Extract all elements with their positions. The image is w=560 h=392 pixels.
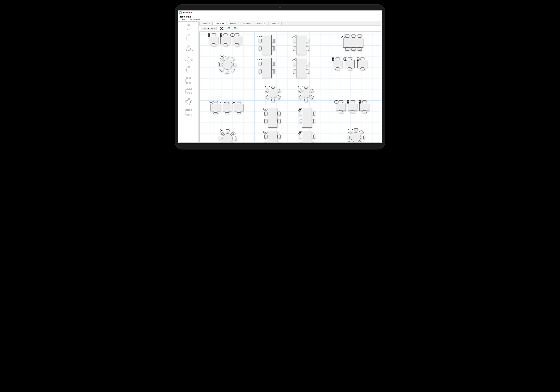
svg-rect-40 [189,110,190,111]
table-label: 63 [220,55,224,58]
tab-venue-3[interactable]: Venue 03 [227,22,240,25]
page-title: Table Plan [180,15,380,18]
svg-rect-2 [186,36,191,40]
palette-rect-6[interactable] [184,76,193,84]
rotate-right-icon[interactable] [233,27,237,30]
table-62[interactable]: 62 [208,34,219,45]
table-50[interactable]: 50 [259,34,274,55]
rotate-left-icon[interactable] [227,27,230,30]
window-title: Table Plan [183,11,192,14]
app-icon [179,11,182,14]
svg-rect-21 [190,78,191,79]
table-label: 14 [358,101,362,103]
table-label: 10 [341,35,345,38]
table-66[interactable]: 66 [210,102,220,113]
svg-rect-29 [188,93,190,94]
svg-rect-44 [189,114,190,115]
tab-venue-4[interactable]: Venue 04 [241,22,254,25]
table-label: 32 [298,85,302,88]
table-53[interactable]: 53 [265,107,280,128]
svg-rect-24 [186,90,192,93]
palette-round-1[interactable] [184,23,193,31]
svg-rect-25 [186,88,187,89]
table-65[interactable]: 65 [221,102,232,113]
table-label: 13 [331,58,335,60]
svg-rect-6 [188,45,190,46]
palette-rect-6b[interactable] [184,87,193,95]
palette-rect-8[interactable] [184,108,193,116]
tab-venue-2[interactable]: Venue 02 [213,22,227,25]
svg-rect-7 [185,49,187,51]
table-13[interactable]: 13 [332,59,343,69]
table-54[interactable]: 54 [265,130,280,143]
table-label: 16 [334,101,339,103]
table-label: 31 [292,58,296,61]
svg-rect-43 [187,114,189,115]
table-67[interactable]: 67 [219,130,236,143]
table-label: 67 [220,129,224,132]
table-52[interactable]: 52 [265,86,281,102]
table-32[interactable]: 32 [298,86,314,102]
svg-rect-12 [185,59,186,60]
table-15[interactable]: 15 [347,101,358,112]
table-label: 11 [356,58,360,60]
zoom-dropdown[interactable]: Zoom 100% [201,27,217,30]
svg-rect-11 [188,61,190,62]
table-51[interactable]: 51 [259,58,274,78]
svg-point-0 [187,26,191,30]
table-31[interactable]: 31 [293,58,309,78]
page-subtitle: Design your table plan [182,18,380,20]
table-label: 53 [263,108,268,111]
svg-rect-26 [188,88,190,89]
table-label: 15 [346,101,350,103]
svg-rect-8 [190,49,192,51]
table-17[interactable]: 17 [347,129,364,143]
svg-rect-15 [188,67,190,68]
tab-venue-6[interactable]: Venue 06 [269,22,282,25]
table-label: 33 [298,108,302,111]
table-33[interactable]: 33 [299,107,314,128]
palette-square-2[interactable] [184,33,193,42]
floor-plan-canvas[interactable]: 6261605030106351311312115232666564161514… [199,31,381,143]
svg-rect-1 [188,24,190,26]
table-11[interactable]: 11 [357,59,367,69]
svg-rect-36 [190,104,191,105]
table-label: 54 [263,131,268,134]
table-63[interactable]: 63 [218,56,236,73]
table-30[interactable]: 30 [293,34,309,55]
tab-venue-1[interactable]: Venue 01 [199,22,213,25]
page-header: Table Plan Design your table plan [178,15,382,22]
svg-rect-10 [188,56,190,57]
table-12[interactable]: 12 [344,59,355,69]
svg-rect-22 [186,82,188,83]
palette-round-5[interactable] [184,97,193,106]
table-61[interactable]: 61 [220,34,230,45]
palette-round-4[interactable] [184,55,193,63]
table-label: 51 [258,58,262,61]
delete-icon[interactable] [220,27,224,30]
svg-rect-4 [188,40,190,41]
table-34[interactable]: 34 [299,130,314,143]
table-60[interactable]: 60 [231,34,242,45]
svg-rect-19 [186,79,192,82]
table-64[interactable]: 64 [233,102,244,113]
svg-rect-20 [186,78,188,79]
svg-rect-38 [186,110,187,111]
table-label: 61 [219,33,223,37]
svg-rect-37 [185,111,192,114]
table-label: 62 [207,33,211,37]
table-10[interactable]: 10 [342,35,364,50]
tab-venue-5[interactable]: Venue 05 [255,22,268,25]
svg-rect-35 [186,104,188,105]
palette-round-3[interactable] [184,44,193,52]
svg-rect-14 [187,68,191,72]
svg-rect-28 [186,93,187,94]
table-14[interactable]: 14 [359,101,369,112]
table-16[interactable]: 16 [335,101,346,112]
svg-rect-16 [188,72,190,73]
svg-rect-13 [191,59,192,60]
venue-tabs: Venue 01Venue 02Venue 03Venue 04Venue 05… [199,21,381,26]
table-label: 12 [343,58,347,60]
palette-square-4[interactable] [184,65,193,74]
svg-rect-39 [187,110,189,111]
